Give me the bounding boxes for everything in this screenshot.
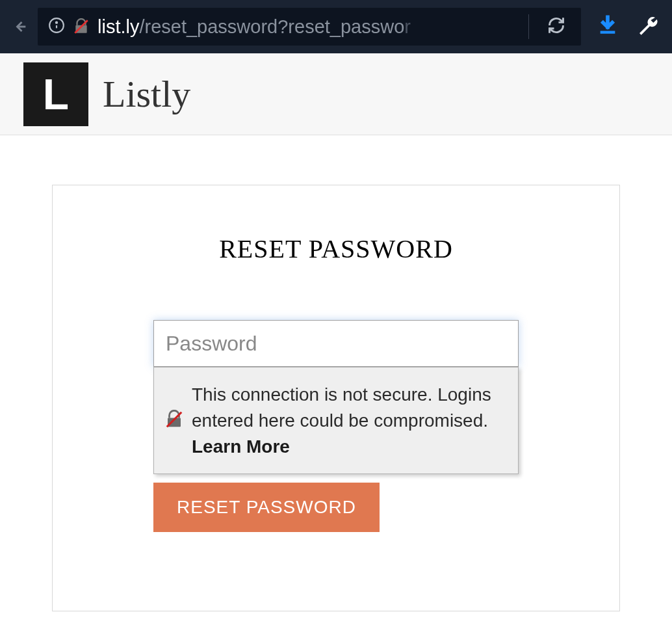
learn-more-link[interactable]: Learn More bbox=[192, 436, 290, 457]
url-path: /reset_password?reset_passwo bbox=[139, 16, 404, 37]
insecure-connection-warning: This connection is not secure. Logins en… bbox=[153, 367, 519, 474]
warning-message: This connection is not secure. Logins en… bbox=[192, 384, 491, 431]
url-domain: list.ly bbox=[97, 16, 139, 37]
reset-password-button[interactable]: RESET PASSWORD bbox=[153, 483, 380, 532]
reset-password-card: RESET PASSWORD This connection is not se… bbox=[52, 185, 620, 611]
back-button[interactable] bbox=[6, 14, 32, 40]
site-header: L Listly bbox=[0, 53, 672, 135]
reload-button[interactable] bbox=[542, 11, 571, 42]
insecure-lock-icon bbox=[164, 410, 184, 432]
separator bbox=[528, 14, 529, 39]
download-button[interactable] bbox=[586, 9, 629, 44]
form-title: RESET PASSWORD bbox=[219, 233, 453, 264]
logo-text[interactable]: Listly bbox=[103, 72, 190, 116]
password-input[interactable] bbox=[153, 320, 519, 367]
insecure-lock-icon bbox=[73, 18, 90, 35]
logo-mark[interactable]: L bbox=[23, 62, 88, 126]
svg-rect-6 bbox=[601, 31, 615, 34]
main-content: RESET PASSWORD This connection is not se… bbox=[0, 135, 672, 627]
address-bar[interactable]: list.ly/reset_password?reset_passwor bbox=[38, 8, 581, 46]
browser-toolbar: list.ly/reset_password?reset_passwor bbox=[0, 0, 672, 53]
form-body: This connection is not secure. Logins en… bbox=[153, 320, 519, 532]
url-text: list.ly/reset_password?reset_passwor bbox=[97, 16, 515, 38]
info-icon[interactable] bbox=[48, 17, 65, 36]
svg-point-3 bbox=[56, 22, 57, 23]
warning-text: This connection is not secure. Logins en… bbox=[192, 382, 505, 459]
settings-wrench-icon[interactable] bbox=[634, 10, 660, 44]
logo-letter: L bbox=[43, 70, 69, 119]
